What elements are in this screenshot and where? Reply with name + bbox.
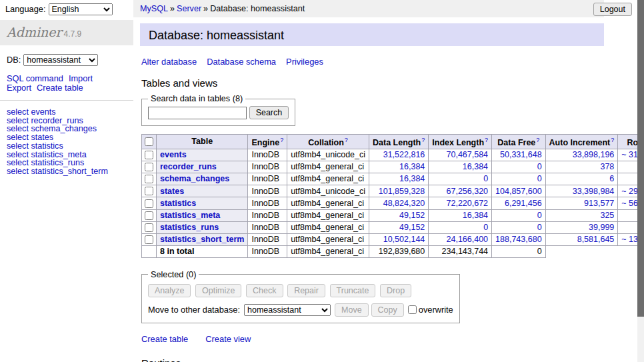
help-icon[interactable]: ? — [536, 137, 539, 143]
table-name-link[interactable]: statistics_meta — [160, 211, 220, 220]
selected-fieldset: Selected (0) Analyze Optimize Check Repa… — [141, 270, 460, 323]
index-length-link[interactable]: 67,256,320 — [447, 187, 489, 196]
row-checkbox[interactable] — [145, 163, 153, 171]
auto-increment-link[interactable]: 8,581,645 — [577, 235, 615, 244]
language-control: Language:English — [5, 3, 113, 15]
help-icon[interactable]: ? — [280, 137, 283, 143]
check-button[interactable]: Check — [246, 284, 283, 297]
breadcrumb-separator: » — [170, 4, 175, 13]
repair-button[interactable]: Repair — [287, 284, 325, 297]
create-links: Create tableCreate view — [141, 334, 604, 344]
data-length-link[interactable]: 16,384 — [399, 162, 425, 171]
engine-cell: InnoDB — [248, 197, 287, 209]
data-free-link[interactable]: 104,857,600 — [495, 187, 542, 196]
table-name-link[interactable]: recorder_runs — [160, 162, 217, 171]
data-length-link[interactable]: 31,522,816 — [383, 150, 425, 159]
index-length-link[interactable]: 16,384 — [463, 211, 488, 220]
create-view-link[interactable]: Create view — [205, 334, 251, 344]
row-checkbox[interactable] — [145, 235, 153, 244]
optimize-button[interactable]: Optimize — [195, 284, 241, 297]
data-length-link[interactable]: 101,859,328 — [379, 187, 425, 196]
table-row: statistics InnoDB utf8mb4_general_ci 48,… — [142, 197, 644, 209]
auto-increment-link[interactable]: 325 — [600, 211, 614, 220]
data-free-link[interactable]: 6,291,456 — [505, 199, 542, 208]
auto-increment-link[interactable]: 6 — [609, 174, 614, 183]
auto-increment-link[interactable]: 33,898,196 — [573, 150, 615, 159]
help-icon[interactable]: ? — [421, 137, 425, 143]
language-label: Language: — [5, 4, 46, 14]
scrollbar-thumb[interactable] — [637, 0, 644, 317]
row-checkbox[interactable] — [145, 199, 153, 208]
selected-actions: Analyze Optimize Check Repair Truncate D… — [148, 284, 453, 297]
sql-command-link[interactable]: SQL command — [7, 73, 63, 83]
row-checkbox[interactable] — [145, 151, 153, 159]
total-index-length-cell: 234,143,744 — [429, 246, 492, 258]
help-icon[interactable]: ? — [485, 137, 488, 143]
table-name-link[interactable]: statistics_runs — [160, 223, 219, 232]
row-checkbox[interactable] — [145, 187, 153, 195]
data-free-link[interactable]: 50,331,648 — [500, 150, 542, 159]
collation-cell: utf8mb4_general_ci — [287, 234, 369, 246]
data-length-link[interactable]: 48,824,320 — [383, 199, 425, 208]
auto-increment-link[interactable]: 378 — [600, 162, 614, 171]
data-free-link[interactable]: 0 — [537, 162, 542, 171]
data-free-link[interactable]: 0 — [537, 211, 542, 220]
auto-increment-link[interactable]: 33,398,984 — [573, 187, 615, 196]
breadcrumb-server-link[interactable]: Server — [177, 4, 201, 13]
overwrite-checkbox[interactable] — [408, 305, 417, 314]
search-button[interactable]: Search — [249, 106, 289, 119]
alter-database-link[interactable]: Alter database — [141, 57, 197, 67]
table-header-row: Table Engine? Collation? Data Length? In… — [142, 135, 644, 149]
vertical-scrollbar[interactable] — [637, 0, 644, 362]
data-free-link[interactable]: 0 — [537, 223, 542, 232]
data-free-link[interactable]: 0 — [537, 174, 542, 183]
row-checkbox[interactable] — [145, 223, 153, 232]
truncate-button[interactable]: Truncate — [330, 284, 376, 297]
db-select[interactable]: homeassistant — [23, 54, 98, 66]
row-checkbox[interactable] — [145, 211, 153, 220]
create-table-link-bottom[interactable]: Create table — [141, 334, 188, 344]
index-length-link[interactable]: 70,467,584 — [447, 150, 489, 159]
data-length-link[interactable]: 49,152 — [399, 223, 425, 232]
database-schema-link[interactable]: Database schema — [207, 57, 276, 67]
table-name-link[interactable]: events — [160, 150, 187, 159]
table-row: statistics_runs InnoDB utf8mb4_general_c… — [142, 221, 644, 233]
adminer-screen: Language:English MySQL»Server»Database: … — [0, 0, 644, 362]
data-length-link[interactable]: 10,502,144 — [383, 235, 425, 244]
auto-increment-link[interactable]: 913,577 — [584, 199, 614, 208]
language-select[interactable]: English — [49, 3, 113, 15]
logout-button[interactable]: Logout — [593, 3, 632, 16]
data-free-link[interactable]: 188,743,680 — [495, 235, 542, 244]
move-database-select[interactable]: homeassistant — [244, 304, 331, 316]
help-icon[interactable]: ? — [611, 137, 614, 143]
index-length-link[interactable]: 0 — [483, 223, 488, 232]
table-name-link[interactable]: statistics_short_term — [160, 235, 244, 244]
analyze-button[interactable]: Analyze — [148, 284, 191, 297]
index-length-link[interactable]: 16,384 — [463, 162, 488, 171]
export-link[interactable]: Export — [7, 83, 31, 93]
table-name-link[interactable]: states — [160, 187, 184, 196]
move-button[interactable]: Move — [335, 303, 369, 317]
index-length-link[interactable]: 72,220,672 — [447, 199, 489, 208]
index-length-link[interactable]: 24,166,400 — [447, 235, 489, 244]
engine-cell: InnoDB — [248, 185, 287, 197]
data-length-link[interactable]: 49,152 — [399, 211, 425, 220]
help-icon[interactable]: ? — [345, 137, 348, 143]
sidebar-select-statistics-short-term-link[interactable]: select statistics_short_term — [7, 167, 108, 176]
engine-cell: InnoDB — [248, 221, 287, 233]
table-name-link[interactable]: schema_changes — [160, 174, 229, 183]
auto-increment-link[interactable]: 39,999 — [589, 223, 614, 232]
select-all-checkbox[interactable] — [145, 137, 153, 146]
breadcrumb-mysql-link[interactable]: MySQL — [140, 4, 168, 13]
move-row: Move to other database: homeassistant Mo… — [148, 303, 453, 317]
table-name-link[interactable]: statistics — [160, 199, 196, 208]
row-checkbox[interactable] — [145, 175, 153, 183]
search-input[interactable] — [148, 107, 247, 119]
copy-button[interactable]: Copy — [371, 303, 404, 317]
drop-button[interactable]: Drop — [380, 284, 411, 297]
privileges-link[interactable]: Privileges — [286, 57, 323, 67]
data-length-link[interactable]: 16,384 — [399, 174, 425, 183]
import-link[interactable]: Import — [69, 73, 93, 83]
create-table-link[interactable]: Create table — [37, 83, 83, 93]
index-length-link[interactable]: 0 — [483, 174, 488, 183]
